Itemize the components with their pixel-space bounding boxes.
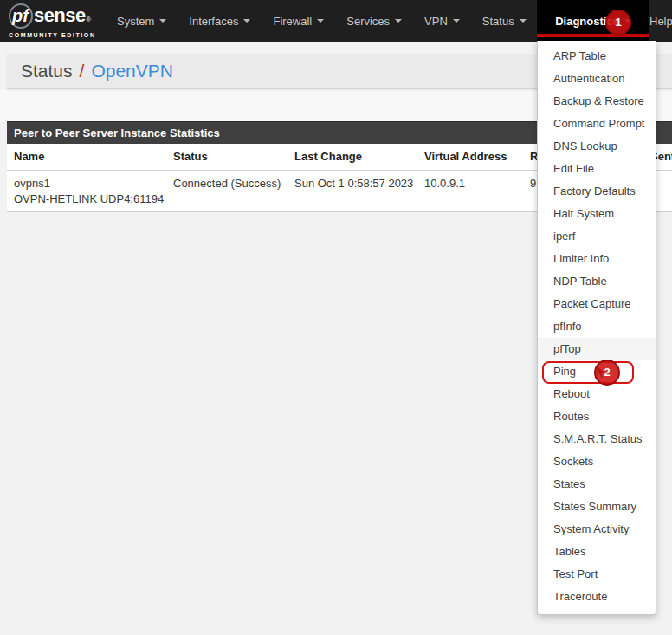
menu-item-pfinfo[interactable]: pfInfo [538, 315, 656, 338]
menu-item-ndp-table[interactable]: NDP Table [538, 270, 656, 293]
menu-item-iperf[interactable]: iperf [538, 225, 656, 248]
cell-status: Connected (Success) [173, 171, 294, 212]
nav-firewall[interactable]: Firewall [262, 0, 335, 42]
nav-firewall-label: Firewall [273, 15, 312, 28]
logo-edition: COMMUNITY EDITION [9, 32, 97, 38]
menu-item-tables[interactable]: Tables [538, 541, 656, 563]
nav-system-label: System [117, 15, 154, 28]
main-menu: System Interfaces Firewall Services VPN … [106, 0, 538, 42]
menu-item-limiter-info[interactable]: Limiter Info [538, 248, 656, 270]
instance-name: ovpns1 [14, 176, 173, 191]
menu-item-test-port[interactable]: Test Port [538, 563, 656, 586]
chevron-down-icon [395, 19, 402, 23]
chevron-down-icon [243, 19, 250, 23]
menu-item-backup-restore[interactable]: Backup & Restore [538, 90, 656, 113]
nav-services-label: Services [346, 15, 390, 28]
menu-item-traceroute[interactable]: Traceroute [538, 586, 656, 608]
step1-underline-annotation [537, 34, 649, 37]
col-virtual-address: Virtual Address [424, 144, 530, 171]
nav-system[interactable]: System [106, 0, 178, 42]
menu-item-smart-status[interactable]: S.M.A.R.T. Status [538, 428, 656, 450]
menu-item-pftop[interactable]: pfTop [538, 338, 656, 360]
cell-virtual-address: 10.0.9.1 [424, 171, 530, 212]
logo-pf: pf [9, 3, 33, 29]
nav-vpn[interactable]: VPN [413, 0, 471, 42]
cell-last-change: Sun Oct 1 0:58:57 2023 [294, 171, 424, 212]
breadcrumb-section: Status [21, 61, 73, 81]
step1-badge: 1 [605, 10, 631, 36]
cell-name: ovpns1 OVPN-HETLINK UDP4:61194 [7, 171, 173, 212]
nav-services[interactable]: Services [335, 0, 413, 42]
menu-item-authentication[interactable]: Authentication [538, 68, 656, 90]
chevron-down-icon [453, 19, 460, 23]
menu-item-arp-table[interactable]: ARP Table [538, 45, 656, 68]
nav-status[interactable]: Status [471, 0, 538, 42]
nav-vpn-label: VPN [424, 15, 448, 28]
pfsense-logo-text: pfsense® [9, 3, 97, 30]
menu-item-factory-defaults[interactable]: Factory Defaults [538, 180, 656, 203]
nav-status-label: Status [482, 15, 514, 28]
nav-help-label: Help [649, 15, 672, 28]
menu-item-system-activity[interactable]: System Activity [538, 518, 656, 541]
menu-item-packet-capture[interactable]: Packet Capture [538, 293, 656, 315]
menu-item-sockets[interactable]: Sockets [538, 450, 656, 473]
menu-item-reboot[interactable]: Reboot [538, 383, 656, 405]
logo-sense: sense [34, 5, 86, 26]
chevron-down-icon [520, 19, 527, 23]
col-status: Status [173, 144, 294, 171]
breadcrumb-openvpn-link[interactable]: OpenVPN [91, 61, 173, 81]
menu-item-dns-lookup[interactable]: DNS Lookup [538, 135, 656, 158]
nav-interfaces-label: Interfaces [189, 15, 238, 28]
pfsense-logo[interactable]: pfsense® COMMUNITY EDITION [9, 3, 97, 38]
menu-item-states[interactable]: States [538, 473, 656, 496]
registered-mark: ® [87, 10, 91, 30]
instance-endpoint: OVPN-HETLINK UDP4:61194 [14, 191, 173, 207]
col-name: Name [7, 144, 173, 171]
menu-item-routes[interactable]: Routes [538, 405, 656, 428]
col-last-change: Last Change [294, 144, 424, 171]
step2-badge: 2 [594, 360, 620, 386]
menu-item-command-prompt[interactable]: Command Prompt [538, 113, 656, 135]
breadcrumb-separator: / [80, 61, 85, 81]
step2-highlight-rectangle [542, 361, 634, 384]
chevron-down-icon [317, 19, 324, 23]
nav-interfaces[interactable]: Interfaces [178, 0, 262, 42]
menu-item-edit-file[interactable]: Edit File [538, 158, 656, 180]
chevron-down-icon [159, 19, 166, 23]
menu-item-states-summary[interactable]: States Summary [538, 496, 656, 518]
diagnostics-dropdown-menu: ARP Table Authentication Backup & Restor… [537, 41, 656, 615]
menu-item-halt-system[interactable]: Halt System [538, 203, 656, 225]
nav-help[interactable]: Help [649, 0, 672, 42]
